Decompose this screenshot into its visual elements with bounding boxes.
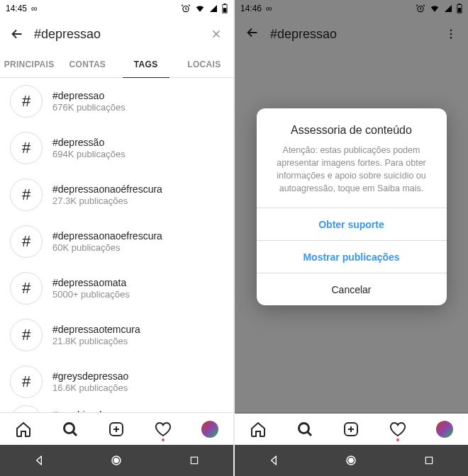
svg-point-4 (64, 423, 74, 433)
get-support-button[interactable]: Obter suporte (257, 208, 447, 240)
hashtag-icon: # (10, 132, 43, 164)
tab-places[interactable]: LOCAIS (175, 51, 233, 77)
result-tag: #greysdepressao (52, 370, 128, 382)
modal-body-text: Atenção: estas publicações podem apresen… (271, 144, 433, 196)
svg-point-7 (114, 458, 118, 463)
status-bar: 14:45 ∞ (0, 0, 233, 17)
search-input[interactable]: #depressao (27, 27, 206, 42)
search-header: #depressao (0, 17, 233, 51)
result-count: 694K publicações (52, 149, 126, 159)
svg-rect-2 (223, 4, 225, 5)
tab-accounts[interactable]: CONTAS (58, 51, 116, 77)
battery-icon (222, 4, 228, 13)
search-button[interactable] (296, 420, 314, 438)
phone-screenshot-right: 14:46 ∞ #depress (235, 0, 468, 476)
status-time: 14:45 (6, 4, 27, 13)
list-item[interactable]: # #depressão 694K publicações (0, 125, 233, 171)
svg-rect-3 (223, 8, 227, 12)
android-back-button[interactable] (32, 453, 46, 468)
avatar (436, 421, 453, 438)
cancel-button[interactable]: Cancelar (257, 273, 447, 305)
tab-top[interactable]: PRINCIPAIS (0, 51, 58, 77)
profile-button[interactable] (201, 420, 219, 438)
modal-overlay[interactable]: Assessoria de conteúdo Atenção: estas pu… (235, 0, 468, 414)
activity-button[interactable] (389, 420, 407, 438)
hashtag-icon: # (10, 405, 43, 412)
clear-search-button[interactable] (206, 28, 226, 40)
home-button[interactable] (14, 420, 33, 438)
result-tag: #depressaonaoefrescura (52, 230, 162, 242)
svg-point-19 (349, 458, 353, 463)
hashtag-icon: # (10, 319, 43, 351)
list-item[interactable]: # #depressaomata 5000+ publicações (0, 265, 233, 312)
svg-rect-20 (425, 457, 432, 463)
voicemail-icon: ∞ (31, 4, 38, 13)
android-recent-button[interactable] (422, 453, 436, 468)
new-post-button[interactable] (342, 420, 360, 438)
tab-tags[interactable]: TAGS (117, 51, 175, 77)
list-item[interactable]: # #greysdepressao 16.6K publicações (0, 358, 233, 405)
profile-button[interactable] (435, 420, 454, 438)
hashtag-icon: # (10, 366, 43, 398)
list-item[interactable]: # #carabinadepressao (0, 405, 233, 412)
search-button[interactable] (61, 420, 79, 438)
list-item[interactable]: # #depressaonaoéfrescura 27.3K publicaçõ… (0, 171, 233, 218)
back-button[interactable] (7, 26, 27, 42)
list-item[interactable]: # #depressaonaoefrescura 60K publicações (0, 218, 233, 265)
signal-icon (209, 4, 218, 13)
android-back-button[interactable] (267, 453, 281, 468)
android-nav-bar (235, 445, 468, 476)
show-posts-button[interactable]: Mostrar publicações (257, 240, 447, 273)
result-tag: #depressaomata (52, 277, 130, 288)
hashtag-icon: # (10, 178, 43, 211)
result-count: 27.3K publicações (52, 196, 162, 206)
notification-dot-icon (396, 438, 399, 441)
list-item[interactable]: # #depressaotemcura 21.8K publicações (0, 312, 233, 358)
result-count: 21.8K publicações (52, 336, 140, 346)
result-tag: #depressaotemcura (52, 324, 140, 335)
result-count: 16.6K publicações (52, 382, 128, 393)
result-count: 60K publicações (52, 242, 162, 253)
avatar (201, 421, 218, 438)
new-post-button[interactable] (107, 420, 126, 438)
result-tag: #depressao (52, 90, 126, 101)
result-count: 5000+ publicações (52, 289, 130, 300)
notification-dot-icon (162, 438, 165, 441)
search-tabs: PRINCIPAIS CONTAS TAGS LOCAIS (0, 51, 233, 78)
svg-rect-8 (191, 457, 197, 463)
android-recent-button[interactable] (187, 453, 201, 468)
hashtag-icon: # (10, 272, 43, 305)
result-count: 676K publicações (52, 102, 126, 113)
android-nav-bar (0, 445, 233, 476)
list-item[interactable]: # #depressao 676K publicações (0, 78, 233, 125)
bottom-nav (0, 412, 233, 445)
content-advisory-modal: Assessoria de conteúdo Atenção: estas pu… (257, 108, 447, 306)
activity-button[interactable] (154, 420, 172, 438)
result-tag: #depressão (52, 137, 126, 148)
hashtag-icon: # (10, 85, 43, 118)
result-tag: #depressaonaoéfrescura (52, 183, 162, 195)
android-home-button[interactable] (109, 453, 123, 468)
modal-title: Assessoria de conteúdo (271, 124, 433, 137)
phone-screenshot-left: 14:45 ∞ #depressao PRINCI (0, 0, 233, 476)
bottom-nav (235, 412, 468, 445)
home-button[interactable] (249, 420, 267, 438)
wifi-icon (195, 4, 205, 13)
hashtag-icon: # (10, 225, 43, 258)
svg-point-16 (299, 423, 308, 433)
results-list[interactable]: # #depressao 676K publicações # #depress… (0, 78, 233, 412)
alarm-icon (181, 4, 191, 13)
android-home-button[interactable] (344, 453, 358, 468)
